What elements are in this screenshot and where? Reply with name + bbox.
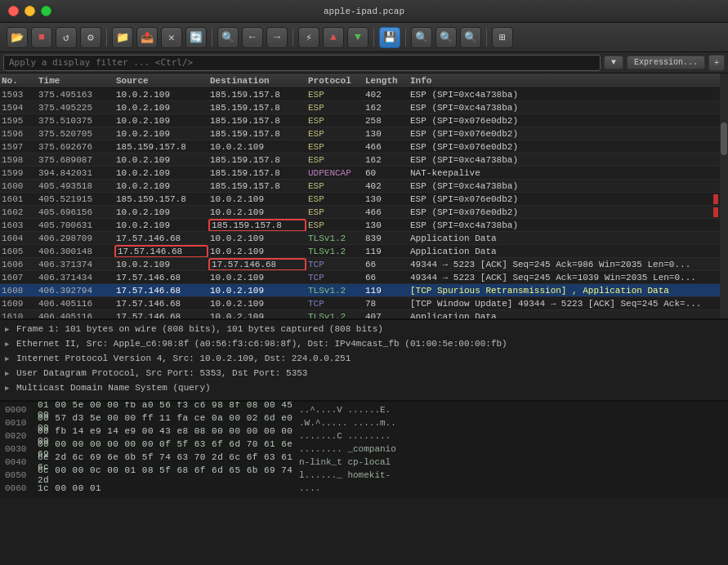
hex-bytes: 6c 00 00 0c 00 01 08 5f 68 6f 6d 65 6b 6… — [38, 465, 299, 485]
detail-item[interactable]: ▶Frame 1: 101 bytes on wire (808 bits), … — [0, 322, 728, 336]
zoom-reset-button[interactable]: 🔍 — [460, 27, 481, 48]
table-row[interactable]: 1603 405.700631 10.0.2.109 185.159.157.8… — [0, 219, 728, 232]
main-content: No. Time Source Destination Protocol Len… — [0, 73, 728, 565]
cell-no: 1608 — [0, 286, 37, 296]
cell-info: Application Data — [409, 234, 728, 243]
expression-button[interactable]: Expression... — [627, 56, 705, 69]
cell-protocol: ESP — [306, 155, 364, 165]
hex-ascii: .......C ........ — [299, 431, 391, 441]
cell-time: 375.692676 — [37, 142, 114, 152]
detail-item[interactable]: ▶Internet Protocol Version 4, Src: 10.0.… — [0, 351, 728, 366]
settings-button[interactable]: ⚙ — [80, 27, 101, 48]
packet-list-scrollbar[interactable] — [720, 73, 728, 318]
save-button[interactable]: 💾 — [379, 27, 400, 48]
cell-time: 406.298709 — [37, 234, 114, 243]
capture-options-button[interactable]: ⚡ — [298, 27, 319, 48]
close-button[interactable]: ■ — [31, 27, 52, 48]
cell-info: ESP (SPI=0xc4a738ba) — [409, 155, 728, 165]
expand-triangle-icon: ▶ — [5, 325, 13, 334]
col-header-time: Time — [37, 76, 114, 86]
cell-length: 466 — [364, 207, 409, 217]
cell-length: 130 — [364, 220, 409, 230]
detail-item[interactable]: ▶Multicast Domain Name System (query) — [0, 380, 728, 395]
table-row[interactable]: 1599 394.842031 10.0.2.109 185.159.157.8… — [0, 167, 728, 180]
refresh-button[interactable]: 🔄 — [185, 27, 207, 48]
cell-source: 10.0.2.109 — [114, 220, 208, 230]
columns-button[interactable]: ⊞ — [492, 27, 513, 48]
cell-info: ESP (SPI=0x076e0db2) — [409, 207, 728, 217]
cell-protocol: TLSv1.2 — [306, 286, 364, 296]
cell-info: ESP (SPI=0xc4a738ba) — [409, 181, 728, 191]
filter-apply-button[interactable]: ▼ — [604, 56, 623, 69]
cell-source: 10.0.2.109 — [114, 181, 208, 191]
col-header-length: Length — [364, 76, 409, 86]
cell-time: 406.371374 — [37, 260, 114, 269]
back-button[interactable]: ← — [242, 27, 263, 48]
cell-protocol: ESP — [306, 181, 364, 191]
cell-source: 10.0.2.109 — [114, 90, 208, 100]
toolbar-separator-4 — [373, 29, 374, 47]
cell-no: 1602 — [0, 207, 37, 217]
zoom-out-button[interactable]: 🔍 — [435, 27, 457, 48]
open-button[interactable]: 📂 — [7, 27, 28, 48]
toolbar-separator-2 — [212, 29, 212, 47]
table-row[interactable]: 1595 375.510375 10.0.2.109 185.159.157.8… — [0, 114, 728, 127]
hex-offset: 0020 — [5, 431, 38, 441]
detail-pane: ▶Frame 1: 101 bytes on wire (808 bits), … — [0, 318, 728, 400]
forward-button[interactable]: → — [266, 27, 288, 48]
cell-time: 394.842031 — [37, 168, 114, 178]
cell-destination: 185.159.157.8 — [208, 129, 306, 139]
cell-info: Application Data — [409, 247, 728, 256]
table-row[interactable]: 1606 406.371374 10.0.2.109 17.57.146.68 … — [0, 258, 728, 271]
cell-time: 406.405116 — [37, 299, 114, 309]
add-filter-button[interactable]: + — [708, 55, 725, 71]
cell-no: 1599 — [0, 168, 37, 178]
red-mark — [713, 194, 718, 204]
cell-length: 466 — [364, 142, 409, 152]
table-row[interactable]: 1608 406.392794 17.57.146.68 10.0.2.109 … — [0, 284, 728, 297]
packet-list: No. Time Source Destination Protocol Len… — [0, 73, 728, 318]
maximize-button[interactable] — [41, 6, 51, 16]
cell-no: 1597 — [0, 142, 37, 152]
search-button[interactable]: 🔍 — [217, 27, 239, 48]
table-row[interactable]: 1596 375.520705 10.0.2.109 185.159.157.8… — [0, 127, 728, 140]
table-row[interactable]: 1604 406.298709 17.57.146.68 10.0.2.109 … — [0, 232, 728, 245]
detail-item[interactable]: ▶Ethernet II, Src: Apple_c6:98:8f (a0:56… — [0, 336, 728, 351]
detail-item[interactable]: ▶User Datagram Protocol, Src Port: 5353,… — [0, 366, 728, 380]
col-header-protocol: Protocol — [306, 76, 364, 86]
packet-list-header: No. Time Source Destination Protocol Len… — [0, 73, 728, 88]
stop-capture-button[interactable]: ▲ — [323, 27, 344, 48]
scrollbar-thumb[interactable] — [721, 122, 727, 155]
table-row[interactable]: 1610 406.405116 17.57.146.68 10.0.2.109 … — [0, 310, 728, 318]
delete-button[interactable]: ✕ — [161, 27, 182, 48]
table-row[interactable]: 1594 375.495225 10.0.2.109 185.159.157.8… — [0, 101, 728, 114]
cell-protocol: ESP — [306, 129, 364, 139]
hex-row: 00601c 00 00 01.... — [0, 482, 728, 495]
cell-time: 406.371434 — [37, 273, 114, 282]
start-capture-button[interactable]: ▼ — [347, 27, 368, 48]
filter-input[interactable] — [3, 55, 601, 71]
cell-time: 375.495163 — [37, 90, 114, 100]
table-row[interactable]: 1601 405.521915 185.159.157.8 10.0.2.109… — [0, 193, 728, 206]
minimize-button[interactable] — [25, 6, 35, 16]
files-button[interactable]: 📁 — [112, 27, 133, 48]
table-row[interactable]: 1593 375.495163 10.0.2.109 185.159.157.8… — [0, 88, 728, 101]
table-row[interactable]: 1605 406.300148 17.57.146.68 10.0.2.109 … — [0, 245, 728, 258]
cell-source: 10.0.2.109 — [114, 116, 208, 126]
table-row[interactable]: 1600 405.493518 10.0.2.109 185.159.157.8… — [0, 180, 728, 193]
close-button[interactable] — [8, 6, 19, 16]
cell-source: 17.57.146.68 — [114, 273, 208, 282]
table-row[interactable]: 1602 405.696156 10.0.2.109 10.0.2.109 ES… — [0, 206, 728, 219]
cell-protocol: TLSv1.2 — [306, 312, 364, 319]
hex-bytes: 1c 00 00 01 — [38, 483, 299, 493]
toolbar-separator-5 — [405, 29, 406, 47]
table-row[interactable]: 1598 375.689087 10.0.2.109 185.159.157.8… — [0, 153, 728, 167]
table-row[interactable]: 1607 406.371434 17.57.146.68 10.0.2.109 … — [0, 271, 728, 284]
zoom-in-button[interactable]: 🔍 — [411, 27, 432, 48]
reload-button[interactable]: ↺ — [56, 27, 77, 48]
hex-offset: 0050 — [5, 470, 38, 480]
export-button[interactable]: 📤 — [136, 27, 158, 48]
cell-length: 130 — [364, 129, 409, 139]
table-row[interactable]: 1597 375.692676 185.159.157.8 10.0.2.109… — [0, 140, 728, 153]
table-row[interactable]: 1609 406.405116 17.57.146.68 10.0.2.109 … — [0, 297, 728, 310]
